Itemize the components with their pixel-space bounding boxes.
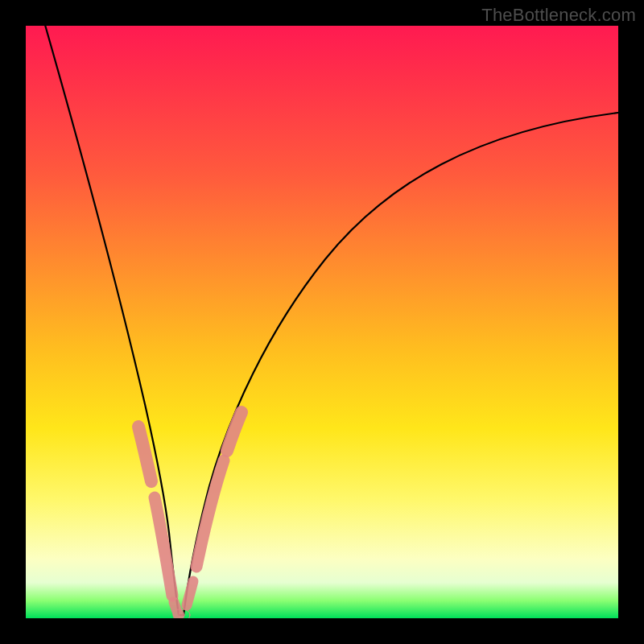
highlight-seg-left-3 [174,602,179,615]
chart-frame: TheBottleneck.com [0,0,644,644]
watermark-text: TheBottleneck.com [481,5,636,26]
bottleneck-curve [43,26,618,615]
highlight-seg-right-3 [227,412,242,451]
curve-layer [26,26,618,618]
highlight-seg-left-1 [138,427,151,481]
highlight-seg-left-2 [155,497,172,596]
highlight-seg-right-2 [196,460,224,567]
highlight-seg-right-1 [187,581,193,605]
plot-area [26,26,618,618]
